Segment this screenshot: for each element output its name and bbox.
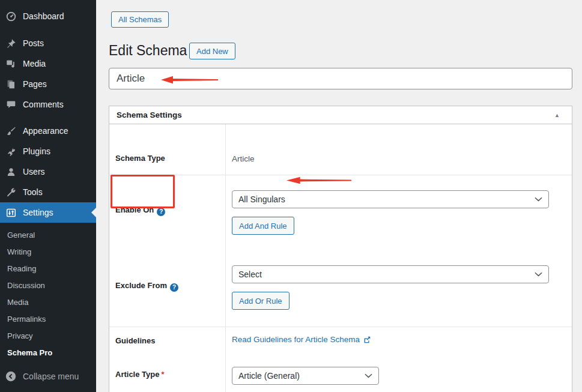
required-asterisk: * [161, 370, 164, 379]
settings-submenu: General Writing Reading Discussion Media… [0, 223, 96, 366]
chevron-down-icon [535, 197, 542, 202]
main-content: All Schemas Edit Schema Add New Schema S… [96, 0, 582, 392]
external-link-icon [363, 336, 371, 344]
schema-settings-header[interactable]: Schema Settings ▲ [109, 106, 572, 124]
add-or-rule-button[interactable]: Add Or Rule [232, 292, 289, 310]
article-type-select[interactable]: Article (General) [232, 367, 379, 385]
guidelines-label: Guidelines [115, 336, 155, 345]
sidebar-item-tools[interactable]: Tools [0, 182, 96, 202]
comment-bubble-icon [5, 98, 17, 110]
paintbrush-icon [5, 125, 17, 137]
sidebar-item-pages[interactable]: Pages [0, 74, 96, 94]
plug-icon [5, 145, 17, 157]
row-divider [109, 175, 572, 175]
exclude-from-label-text: Exclude From [115, 281, 167, 290]
row-divider [109, 327, 572, 327]
panel-title: Schema Settings [117, 110, 182, 119]
sidebar-item-posts[interactable]: Posts [0, 33, 96, 53]
submenu-item-reading[interactable]: Reading [0, 261, 96, 277]
add-new-button[interactable]: Add New [189, 43, 235, 59]
schema-type-value: Article [232, 154, 255, 163]
help-icon[interactable]: ? [157, 208, 165, 216]
guidelines-link-text: Read Guidelines for Article Schema [232, 335, 360, 344]
submenu-item-privacy[interactable]: Privacy [0, 328, 96, 345]
submenu-item-media[interactable]: Media [0, 294, 96, 311]
submenu-item-writing[interactable]: Writing [0, 244, 96, 261]
column-divider [225, 124, 226, 392]
all-schemas-button[interactable]: All Schemas [111, 11, 169, 28]
exclude-from-label: Exclude From? [115, 281, 178, 292]
sidebar-item-media[interactable]: Media [0, 53, 96, 74]
user-icon [5, 166, 17, 178]
admin-menu: Dashboard Posts Media Pages [0, 0, 96, 223]
sidebar-item-label: Comments [23, 100, 64, 109]
pushpin-icon [5, 37, 17, 49]
wrench-icon [5, 186, 17, 198]
sidebar-item-appearance[interactable]: Appearance [0, 121, 96, 141]
sidebar-item-settings[interactable]: Settings [0, 202, 96, 223]
pages-icon [5, 78, 17, 90]
enable-on-label-text: Enable On [115, 205, 154, 214]
sidebar-item-users[interactable]: Users [0, 161, 96, 182]
sidebar-item-label: Plugins [23, 146, 50, 156]
sidebar-item-label: Posts [23, 38, 44, 48]
enable-on-label: Enable On? [115, 205, 165, 216]
collapse-menu-button[interactable]: Collapse menu [0, 364, 96, 388]
menu-separator [0, 115, 96, 121]
chevron-down-icon [365, 373, 372, 378]
collapse-arrow-icon [5, 370, 17, 382]
enable-on-select-value: All Singulars [238, 194, 285, 204]
schema-settings-body: Schema Type Article Enable On? All Singu… [109, 124, 572, 392]
page-title: Edit Schema [109, 42, 187, 59]
schema-type-label: Schema Type [115, 154, 165, 163]
sidebar-item-plugins[interactable]: Plugins [0, 141, 96, 161]
sidebar-item-comments[interactable]: Comments [0, 94, 96, 115]
submenu-item-permalinks[interactable]: Permalinks [0, 311, 96, 328]
help-icon[interactable]: ? [170, 283, 178, 292]
submenu-item-schema-pro[interactable]: Schema Pro [0, 345, 96, 361]
guidelines-link[interactable]: Read Guidelines for Article Schema [232, 335, 371, 344]
dashboard-icon [5, 10, 17, 22]
sidebar-item-label: Dashboard [23, 11, 64, 21]
sidebar-item-label: Tools [23, 187, 43, 197]
enable-on-select[interactable]: All Singulars [232, 190, 549, 208]
sidebar-item-label: Media [23, 59, 46, 68]
collapse-panel-icon[interactable]: ▲ [554, 106, 560, 124]
collapse-menu-label: Collapse menu [23, 372, 79, 381]
wordpress-admin-screen: Dashboard Posts Media Pages [0, 0, 582, 392]
chevron-down-icon [535, 272, 542, 277]
sidebar-item-label: Pages [23, 79, 47, 89]
article-type-select-value: Article (General) [238, 371, 300, 381]
article-type-label-text: Article Type [115, 370, 159, 379]
submenu-item-general[interactable]: General [0, 227, 96, 244]
exclude-from-select-value: Select [238, 270, 262, 279]
sidebar-item-label: Appearance [23, 126, 68, 136]
exclude-from-select[interactable]: Select [232, 265, 549, 283]
media-icon [5, 58, 17, 70]
menu-separator [0, 26, 96, 33]
article-type-label: Article Type* [115, 370, 165, 379]
submenu-item-discussion[interactable]: Discussion [0, 277, 96, 294]
sidebar-item-label: Users [23, 167, 45, 176]
sidebar-item-dashboard[interactable]: Dashboard [0, 6, 96, 26]
schema-name-input[interactable] [109, 68, 572, 89]
settings-sliders-icon [5, 207, 17, 219]
admin-sidebar: Dashboard Posts Media Pages [0, 0, 96, 392]
sidebar-item-label: Settings [23, 208, 53, 217]
schema-settings-panel: Schema Settings ▲ Schema Type Article En… [109, 106, 572, 392]
add-and-rule-button[interactable]: Add And Rule [232, 217, 294, 235]
